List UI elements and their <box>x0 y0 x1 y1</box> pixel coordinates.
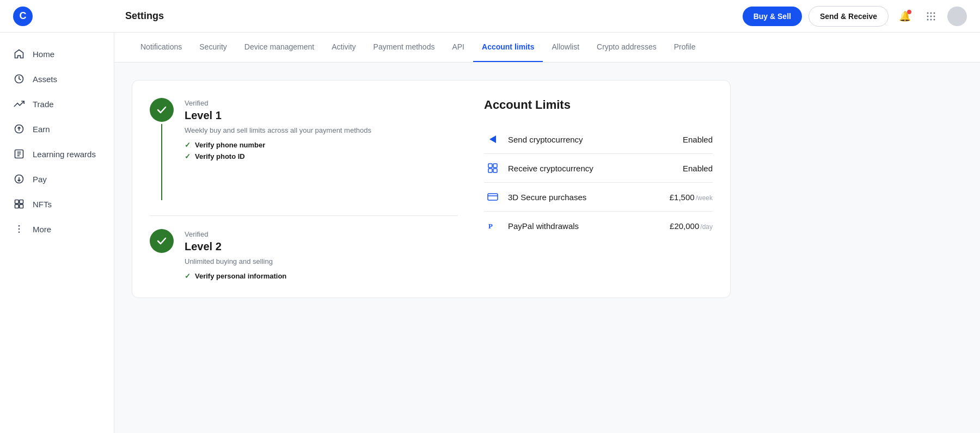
sidebar-item-trade[interactable]: Trade <box>0 91 114 116</box>
level-2-circle <box>150 229 174 253</box>
level-1-status: Verified <box>185 99 458 107</box>
check-icon-1: ✓ <box>185 152 191 160</box>
level-1-check-label-1: Verify photo ID <box>195 152 245 160</box>
svg-point-7 <box>930 18 932 20</box>
svg-rect-21 <box>488 164 492 168</box>
level-1-connector <box>150 98 174 202</box>
sidebar-item-learning[interactable]: Learning rewards <box>0 141 114 166</box>
sidebar-item-nfts[interactable]: NFTs <box>0 191 114 216</box>
content-area: Verified Level 1 Weekly buy and sell lim… <box>114 63 980 433</box>
check-icon-2: ✓ <box>185 272 191 280</box>
svg-point-19 <box>19 232 20 233</box>
level-1-circle <box>150 98 174 122</box>
level-2-item: Verified Level 2 Unlimited buying and se… <box>150 229 458 280</box>
sidebar-item-home-label: Home <box>33 50 54 59</box>
sidebar-item-trade-label: Trade <box>33 100 54 109</box>
receive-crypto-icon <box>484 163 501 174</box>
tab-profile[interactable]: Profile <box>665 33 705 62</box>
level-2-connector <box>150 229 174 280</box>
pay-icon <box>13 173 25 185</box>
notification-dot <box>907 10 911 14</box>
tab-payment-methods[interactable]: Payment methods <box>365 33 444 62</box>
level-1-check-0: ✓ Verify phone number <box>185 141 458 149</box>
svg-point-2 <box>934 12 935 14</box>
trade-icon <box>13 98 25 110</box>
svg-point-17 <box>19 225 20 227</box>
paypal-value: £20,000/day <box>670 221 713 231</box>
receive-crypto-label: Receive cryptocurrency <box>508 164 683 173</box>
tab-security[interactable]: Security <box>191 33 236 62</box>
sidebar-item-more-label: More <box>33 225 51 234</box>
sidebar-item-earn-label: Earn <box>33 125 50 134</box>
svg-rect-24 <box>493 169 497 172</box>
more-icon <box>13 223 25 235</box>
limit-row-send: Send cryptocurrency Enabled <box>484 125 713 154</box>
sidebar-item-learning-label: Learning rewards <box>33 150 96 159</box>
tab-api[interactable]: API <box>443 33 473 62</box>
svg-point-8 <box>934 18 935 20</box>
svg-marker-20 <box>489 135 496 143</box>
account-limits-card: Verified Level 1 Weekly buy and sell lim… <box>132 80 731 298</box>
account-limits-title: Account Limits <box>484 98 713 112</box>
level-divider <box>150 215 458 216</box>
level-2-check-0: ✓ Verify personal information <box>185 272 458 280</box>
level-2-description: Unlimited buying and selling <box>185 257 458 265</box>
assets-icon <box>13 73 25 85</box>
svg-rect-23 <box>488 169 492 172</box>
tab-activity[interactable]: Activity <box>323 33 364 62</box>
grid-menu-icon[interactable] <box>921 7 941 26</box>
avatar[interactable] <box>947 7 967 26</box>
level-2-status: Verified <box>185 230 458 238</box>
layout: Home Assets Trade Earn Learning rewards <box>0 33 980 433</box>
tab-account-limits[interactable]: Account limits <box>473 33 543 62</box>
3d-secure-value: £1,500/week <box>670 193 713 202</box>
svg-rect-16 <box>20 205 23 208</box>
verification-levels: Verified Level 1 Weekly buy and sell lim… <box>150 98 458 280</box>
level-1-checks: ✓ Verify phone number ✓ Verify photo ID <box>185 141 458 160</box>
page-title: Settings <box>125 10 164 22</box>
sidebar-item-earn[interactable]: Earn <box>0 116 114 141</box>
level-connector-line <box>161 124 162 200</box>
3d-secure-label: 3D Secure purchases <box>508 193 670 202</box>
nfts-icon <box>13 198 25 210</box>
tab-notifications[interactable]: Notifications <box>132 33 191 62</box>
check-icon-0: ✓ <box>185 141 191 149</box>
level-1-check-label-0: Verify phone number <box>195 141 265 149</box>
paypal-icon: P <box>484 220 501 231</box>
level-1-content: Verified Level 1 Weekly buy and sell lim… <box>185 98 458 202</box>
level-1-check-1: ✓ Verify photo ID <box>185 152 458 160</box>
account-limits-section: Account Limits Send cryptocurrency Enabl… <box>484 98 713 280</box>
level-1-title: Level 1 <box>185 109 458 122</box>
sidebar-item-more[interactable]: More <box>0 216 114 242</box>
sidebar-item-pay[interactable]: Pay <box>0 166 114 191</box>
send-crypto-label: Send cryptocurrency <box>508 135 683 144</box>
settings-tabs: Notifications Security Device management… <box>114 33 980 63</box>
limit-row-3dsecure: 3D Secure purchases £1,500/week <box>484 183 713 212</box>
coinbase-logo[interactable]: C <box>13 7 33 26</box>
limit-row-paypal: P PayPal withdrawals £20,000/day <box>484 212 713 240</box>
send-receive-button[interactable]: Send & Receive <box>808 6 889 27</box>
level-2-check-label-0: Verify personal information <box>195 272 286 280</box>
buy-sell-button[interactable]: Buy & Sell <box>743 7 802 26</box>
svg-point-4 <box>930 15 932 17</box>
tab-crypto-addresses[interactable]: Crypto addresses <box>588 33 665 62</box>
sidebar-item-assets-label: Assets <box>33 75 57 84</box>
notifications-bell-icon[interactable]: 🔔 <box>895 7 915 26</box>
svg-rect-25 <box>488 194 498 200</box>
svg-point-6 <box>927 18 929 20</box>
level-2-checks: ✓ Verify personal information <box>185 272 458 280</box>
send-crypto-value: Enabled <box>683 135 713 144</box>
sidebar-item-pay-label: Pay <box>33 175 47 184</box>
tab-allowlist[interactable]: Allowlist <box>543 33 588 62</box>
sidebar: Home Assets Trade Earn Learning rewards <box>0 33 114 433</box>
tab-device-management[interactable]: Device management <box>236 33 323 62</box>
limit-row-receive: Receive cryptocurrency Enabled <box>484 154 713 183</box>
svg-rect-15 <box>15 205 19 208</box>
paypal-label: PayPal withdrawals <box>508 221 670 231</box>
sidebar-item-home[interactable]: Home <box>0 41 114 66</box>
sidebar-item-assets[interactable]: Assets <box>0 66 114 91</box>
svg-point-0 <box>927 12 929 14</box>
level-2-title: Level 2 <box>185 240 458 253</box>
header-actions: Buy & Sell Send & Receive 🔔 <box>743 6 967 27</box>
send-crypto-icon <box>484 134 501 145</box>
